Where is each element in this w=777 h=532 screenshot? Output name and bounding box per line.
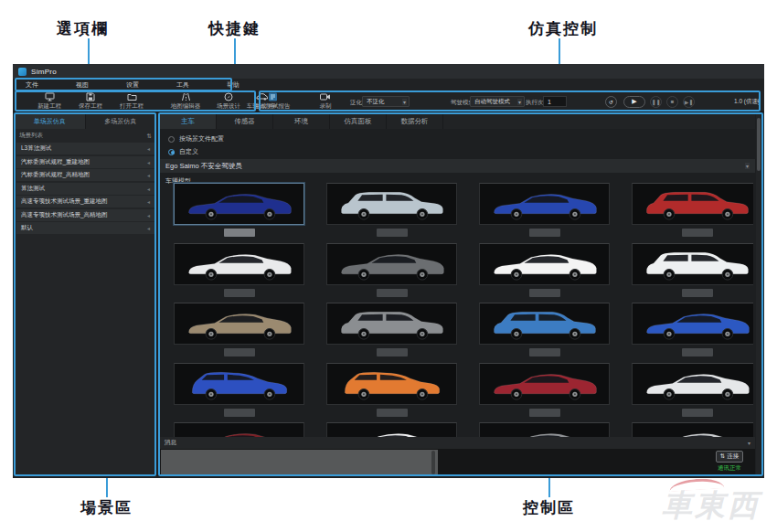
radio-icon (168, 149, 175, 155)
chevron-down-icon: ▾ (402, 99, 407, 105)
chevron-down-icon: ▾ (517, 99, 522, 105)
scene-list-item-3[interactable]: 算法测试◂ (16, 183, 154, 195)
main-tab-3[interactable]: 仿真面板 (330, 114, 387, 129)
record-button[interactable]: 录制 (302, 92, 349, 111)
car-model-12[interactable] (174, 363, 304, 405)
car-model-7[interactable] (632, 243, 753, 285)
expand-arrow-icon: ◂ (147, 145, 150, 152)
scene-list-item-1[interactable]: 汽标委测试规程_重建地图◂ (16, 156, 154, 168)
callout-line-control (548, 477, 550, 497)
main-tab-1[interactable]: 传感器 (217, 114, 273, 129)
car-model-11[interactable] (632, 303, 753, 345)
scene-list-item-2[interactable]: 汽标委测试规程_高精地图◂ (16, 169, 154, 181)
car-cell-14 (479, 363, 610, 420)
car-model-17[interactable] (326, 422, 457, 437)
record-icon (302, 92, 349, 101)
main-tab-4[interactable]: 数据分析 (387, 114, 443, 129)
menu-item-1[interactable]: 视图 (63, 80, 113, 90)
map-editor-icon (162, 92, 209, 101)
car-cell-7 (632, 243, 753, 300)
car-model-0[interactable] (174, 183, 304, 225)
car-model-3[interactable] (632, 183, 753, 225)
car-cell-15 (632, 363, 753, 420)
car-model-1[interactable] (326, 183, 457, 225)
toolbar-button-2[interactable]: 打开工程 (108, 92, 155, 111)
message-bar[interactable]: 消息 ▾ (160, 437, 755, 449)
main-scrollbar[interactable] (756, 114, 761, 474)
connection-status: 通讯正常 (709, 464, 750, 473)
expand-arrow-icon: ◂ (147, 159, 150, 165)
car-model-18[interactable] (479, 422, 610, 437)
car-model-19[interactable] (632, 422, 753, 437)
play-button[interactable]: ▶ (623, 96, 645, 108)
car-model-8[interactable] (174, 303, 304, 345)
radio-icon (168, 136, 175, 143)
car-cell-6 (479, 243, 610, 300)
car-model-6[interactable] (479, 243, 610, 285)
car-model-label (529, 348, 560, 356)
main-tab-0[interactable]: 主车 (160, 114, 217, 129)
exec-count-input[interactable]: 1 (543, 96, 567, 107)
car-cell-4 (174, 243, 304, 300)
pause-button[interactable]: ❚❚ (650, 96, 662, 108)
main-tab-2[interactable]: 环境 (273, 114, 330, 129)
speed-value: 1.0 (倍速) (734, 98, 760, 106)
toolbar-button-3[interactable]: 地图编辑器 (162, 92, 209, 111)
sidebar-tab-1[interactable]: 多场景仿真 (86, 114, 157, 129)
scene-list-item-4[interactable]: 高速专项技术测试场景_重建地图◂ (16, 196, 154, 207)
expand-arrow-icon: ◂ (147, 225, 150, 231)
car-cell-1 (326, 183, 457, 239)
car-model-5[interactable] (326, 243, 457, 285)
car-model-13[interactable] (326, 363, 457, 405)
car-model-16[interactable] (174, 422, 304, 437)
message-scrollbar[interactable] (431, 451, 435, 474)
simpro-window: SimPro 文件视图设置工具帮助 新建工程保存工程打开工程地图编辑器场景设计车… (13, 64, 764, 478)
sort-refresh-icon[interactable]: ⇅ (147, 133, 152, 140)
car-model-14[interactable] (479, 363, 610, 405)
annotation-control-area: 控制區 (523, 497, 575, 518)
step-button[interactable]: ▶❚ (683, 96, 695, 108)
speed-dropdown[interactable]: ▾ (757, 98, 760, 105)
scene-list-item-5[interactable]: 高速专项技术测试场景_高精地图◂ (16, 209, 154, 221)
app-title: SimPro (31, 68, 57, 76)
generalize-dropdown[interactable]: 不泛化 ▾ (362, 96, 410, 107)
car-cell-0 (174, 183, 304, 239)
car-model-label (529, 409, 560, 417)
watermark: 車東西 (662, 485, 761, 527)
car-model-9[interactable] (326, 303, 457, 345)
reset-button[interactable]: ↺ (605, 96, 617, 108)
car-model-label (377, 348, 408, 356)
annotation-options-bar: 選項欄 (57, 18, 109, 39)
ego-vehicle-header[interactable]: Ego Saimo 不安全驾驶员 ▾ (160, 159, 755, 173)
car-model-4[interactable] (174, 243, 304, 285)
control-panel: 主车传感器环境仿真面板数据分析 按场景文件配置自定义 Ego Saimo 不安全… (158, 113, 762, 476)
menu-item-3[interactable]: 工具 (164, 80, 214, 90)
menu-bar: 文件视图设置工具帮助 (13, 79, 764, 91)
car-model-label (224, 229, 255, 237)
car-cell-18 (479, 422, 610, 437)
message-panel: ⇅ 连接 通讯正常 (160, 449, 755, 476)
car-cell-5 (326, 243, 457, 300)
car-model-label (377, 289, 408, 297)
menu-item-0[interactable]: 文件 (13, 80, 63, 90)
menu-item-2[interactable]: 设置 (113, 80, 164, 90)
annotation-shortcuts: 快捷鍵 (208, 18, 261, 39)
generate-report-button[interactable]: 生成测试报告 (249, 92, 296, 111)
callout-line-scene (106, 477, 108, 497)
sidebar-tab-0[interactable]: 单场景仿真 (15, 114, 86, 129)
page: 選項欄 快捷鍵 仿真控制 場景區 控制區 SimPro 文件视图设置工具帮助 新… (0, 0, 777, 532)
menu-item-4[interactable]: 帮助 (214, 80, 264, 90)
connect-button[interactable]: ⇅ 连接 (716, 451, 743, 463)
annotation-sim-control: 仿真控制 (528, 18, 598, 39)
car-model-10[interactable] (479, 303, 610, 345)
config-radio-0[interactable]: 按场景文件配置 (168, 134, 224, 144)
stop-button[interactable]: ■ (666, 96, 678, 108)
car-model-15[interactable] (632, 363, 753, 405)
config-radio-1[interactable]: 自定义 (168, 147, 198, 156)
scene-list-item-0[interactable]: L3算法测试◂ (16, 143, 154, 154)
drive-mode-dropdown[interactable]: 自动驾驶模式 ▾ (470, 96, 525, 107)
car-model-2[interactable] (479, 183, 610, 225)
scrollbar-thumb[interactable] (757, 118, 761, 171)
scene-list-item-6[interactable]: 默认◂ (16, 222, 154, 234)
car-model-label (224, 289, 255, 297)
